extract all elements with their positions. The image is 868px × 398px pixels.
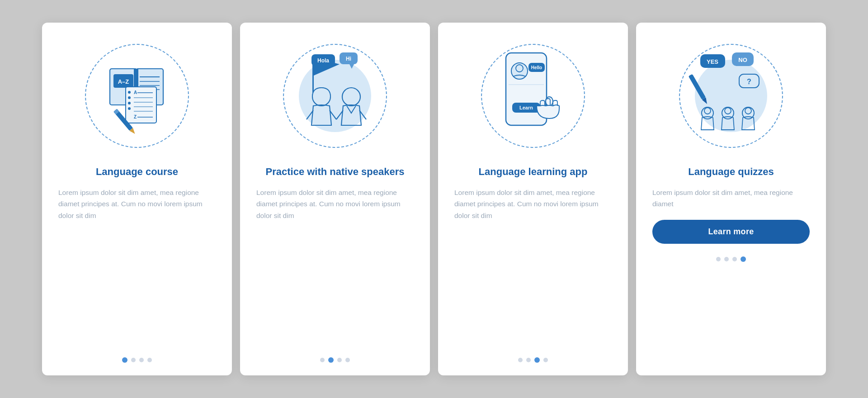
svg-text:A–Z: A–Z	[118, 78, 129, 85]
dot-2-4	[345, 358, 350, 362]
svg-text:NO: NO	[738, 57, 747, 63]
svg-text:Hello: Hello	[531, 65, 542, 70]
dot-1-2	[131, 358, 136, 362]
card-language-course: A–Z A	[42, 23, 232, 375]
dot-4-3	[732, 257, 737, 261]
svg-point-12	[128, 96, 131, 99]
svg-text:?: ?	[747, 78, 751, 85]
svg-point-13	[128, 102, 131, 104]
cards-container: A–Z A	[26, 5, 842, 393]
dot-2-active	[328, 357, 334, 363]
language-quizzes-icon: YES NO ?	[681, 46, 781, 146]
dot-1-active	[122, 357, 127, 363]
dot-3-1	[518, 358, 523, 362]
card-4-body: Lorem ipsum dolor sit dim amet, mea regi…	[652, 187, 810, 210]
illustration-learning-app: Hello Learn	[474, 37, 592, 155]
svg-point-41	[511, 63, 528, 79]
svg-point-37	[342, 88, 360, 106]
card-2-body: Lorem ipsum dolor sit dim amet, mea regi…	[256, 187, 414, 345]
card-2-dots	[320, 357, 350, 363]
card-4-title: Language quizzes	[688, 166, 774, 179]
svg-point-11	[128, 91, 131, 94]
dot-3-4	[543, 358, 548, 362]
svg-text:A: A	[134, 90, 137, 95]
card-1-title: Language course	[96, 166, 178, 179]
dot-1-4	[147, 358, 152, 362]
dot-3-active	[534, 357, 540, 363]
card-learning-app: Hello Learn	[438, 23, 628, 375]
dot-1-3	[139, 358, 144, 362]
card-language-quizzes: YES NO ?	[636, 23, 826, 375]
card-native-speakers: Hola Hi	[240, 23, 430, 375]
language-course-icon: A–Z A	[87, 46, 187, 146]
illustration-language-course: A–Z A	[78, 37, 196, 155]
svg-text:Learn: Learn	[519, 105, 533, 110]
svg-marker-33	[349, 64, 354, 69]
native-speakers-icon: Hola Hi	[285, 46, 385, 146]
card-1-dots	[122, 357, 152, 363]
svg-rect-55	[689, 74, 706, 100]
card-3-body: Lorem ipsum dolor sit dim amet, mea regi…	[454, 187, 612, 345]
dot-4-2	[724, 257, 729, 261]
dot-3-2	[526, 358, 531, 362]
illustration-native-speakers: Hola Hi	[276, 37, 394, 155]
svg-text:Hola: Hola	[317, 57, 329, 64]
svg-text:Z: Z	[134, 114, 137, 119]
illustration-language-quizzes: YES NO ?	[672, 37, 790, 155]
learning-app-icon: Hello Learn	[483, 46, 583, 146]
card-1-body: Lorem ipsum dolor sit dim amet, mea regi…	[58, 187, 216, 345]
svg-text:YES: YES	[707, 58, 718, 65]
card-4-dots	[716, 256, 746, 262]
learn-more-button[interactable]: Learn more	[652, 220, 810, 244]
svg-point-14	[128, 107, 131, 110]
dot-4-active	[741, 256, 746, 262]
svg-text:Hi: Hi	[346, 56, 351, 62]
svg-point-48	[546, 97, 553, 106]
dot-4-1	[716, 257, 721, 261]
card-3-dots	[518, 357, 548, 363]
card-3-title: Language learning app	[479, 166, 588, 179]
card-2-title: Practice with native speakers	[266, 166, 405, 179]
dot-2-1	[320, 358, 325, 362]
dot-2-3	[337, 358, 342, 362]
